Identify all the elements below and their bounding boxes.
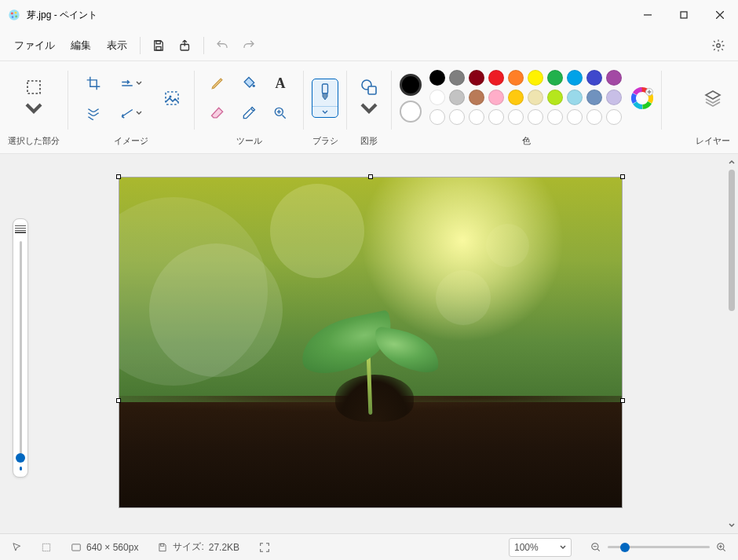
scroll-down-icon[interactable] [727,519,736,530]
settings-button[interactable] [705,32,732,59]
pencil-tool[interactable] [204,70,231,97]
zoom-dropdown[interactable]: 100% [509,538,572,557]
color-swatch-empty[interactable] [449,109,465,125]
menubar: ファイル 編集 表示 [0,30,738,61]
rotate-tool[interactable] [118,100,144,126]
maximize-button[interactable] [666,0,702,30]
slider-min-indicator [20,467,22,470]
scroll-up-icon[interactable] [727,157,736,168]
section-label: レイヤー [696,130,730,153]
shapes-dropdown[interactable] [355,73,383,123]
color-swatch[interactable] [547,90,563,105]
color-1[interactable] [400,74,422,96]
resize-handle[interactable] [116,398,121,403]
eraser-tool[interactable] [204,100,231,126]
resize-handle[interactable] [368,174,373,179]
scrollbar-thumb[interactable] [729,170,735,311]
section-label: イメージ [114,130,148,153]
color-swatch-empty[interactable] [528,109,543,125]
select-tool[interactable] [20,73,48,123]
undo-button[interactable] [209,32,236,59]
section-brushes: ブラシ [304,66,346,153]
magnifier-tool[interactable] [267,100,294,126]
color-swatch[interactable] [586,90,602,105]
section-label: ブラシ [312,130,338,153]
resize-tool[interactable] [118,70,144,97]
slider-thumb[interactable] [16,453,25,463]
menu-file[interactable]: ファイル [6,34,63,57]
menu-edit[interactable]: 編集 [63,34,99,57]
color-swatch[interactable] [488,70,504,86]
section-label: 選択した部分 [8,130,60,153]
color-swatch-empty[interactable] [429,109,445,125]
redo-button[interactable] [236,32,262,59]
zoom-in-button[interactable] [716,542,727,553]
menu-view[interactable]: 表示 [99,34,135,57]
minimize-button[interactable] [630,0,666,30]
color-2[interactable] [400,101,422,123]
svg-point-2 [15,12,17,14]
color-swatch[interactable] [528,90,543,105]
brush-size-slider[interactable] [13,218,28,478]
fit-screen[interactable] [258,541,271,554]
color-swatch[interactable] [606,70,622,86]
canvas-image[interactable] [119,178,622,507]
selection-size [41,542,52,553]
fill-tool[interactable] [236,70,262,97]
file-size: サイズ:27.2KB [157,540,239,554]
color-swatch[interactable] [449,90,465,105]
brush-tool[interactable] [312,79,338,118]
canvas[interactable] [119,178,622,507]
color-swatch-empty[interactable] [508,109,524,125]
color-swatch[interactable] [508,90,524,105]
color-swatch-empty[interactable] [488,109,504,125]
text-tool[interactable]: A [267,70,294,97]
remove-bg-tool[interactable] [80,100,107,126]
save-button[interactable] [145,32,172,59]
resize-handle[interactable] [116,174,121,179]
color-swatch[interactable] [528,70,543,86]
cursor-pos [11,542,22,553]
svg-rect-22 [161,544,164,546]
vertical-scrollbar[interactable] [727,157,736,530]
svg-point-9 [717,43,721,47]
color-swatch[interactable] [469,90,484,105]
svg-rect-10 [27,81,40,93]
color-swatch[interactable] [547,70,563,86]
layers-button[interactable] [699,84,727,112]
color-palette [429,70,623,126]
crop-tool[interactable] [80,70,107,97]
edit-colors-button[interactable] [631,87,653,109]
color-swatch[interactable] [488,90,504,105]
color-swatch[interactable] [469,70,484,86]
color-swatch[interactable] [567,70,583,86]
zoom-slider-thumb[interactable] [620,543,630,552]
svg-rect-11 [166,92,178,104]
color-swatch[interactable] [429,90,445,105]
share-button[interactable] [172,32,199,59]
color-swatch-empty[interactable] [606,109,622,125]
color-swatch-empty[interactable] [567,109,583,125]
color-swatch[interactable] [586,70,602,86]
color-swatch-empty[interactable] [586,109,602,125]
color-swatch[interactable] [429,70,445,86]
statusbar: 640 × 560px サイズ:27.2KB 100% [0,533,738,560]
color-swatch[interactable] [508,70,524,86]
section-layers: レイヤー [688,66,738,153]
slider-track[interactable] [20,241,22,460]
color-swatch-empty[interactable] [547,109,563,125]
resize-handle[interactable] [620,174,625,179]
zoom-out-button[interactable] [590,542,601,553]
close-button[interactable] [702,0,738,30]
color-swatch-empty[interactable] [469,109,484,125]
resize-handle[interactable] [620,398,625,403]
color-swatch[interactable] [606,90,622,105]
section-tools: A ツール [195,66,303,153]
color-swatch[interactable] [567,90,583,105]
color-swatch[interactable] [449,70,465,86]
eyedropper-tool[interactable] [236,100,262,126]
zoom-slider-track[interactable] [608,546,710,548]
svg-point-4 [12,16,14,18]
magic-select-tool[interactable] [158,84,186,112]
paint-app-icon [8,9,20,21]
